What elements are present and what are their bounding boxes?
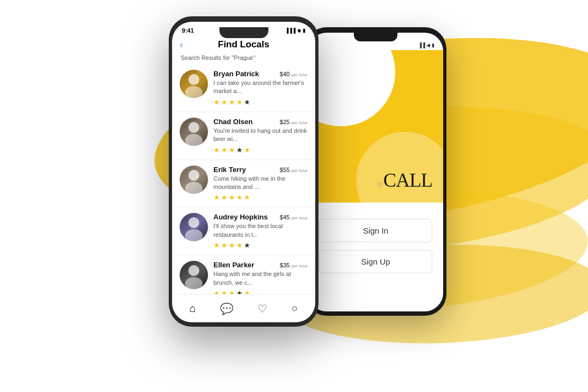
nav-heart-icon[interactable]: ♡: [258, 302, 267, 315]
phone-front: 9:41 ▐▐▐ ◈ ▮ ‹ Find Locals Search Result…: [169, 16, 318, 327]
phone-back-blob: [308, 50, 395, 126]
phone-back-blob2: [356, 132, 443, 203]
star-4: ★: [236, 193, 243, 201]
svg-point-7: [185, 229, 203, 241]
name-price-row: Chad Olsen $25 per hour: [213, 118, 308, 126]
svg-point-5: [185, 182, 203, 194]
phone-back-notch: [354, 33, 397, 41]
phone-back-yellow-area: ○CALL: [308, 50, 443, 203]
star-2: ★: [221, 98, 228, 106]
avatar-ellen: [180, 261, 208, 289]
svg-point-8: [188, 265, 199, 276]
sign-up-button[interactable]: Sign Up: [319, 250, 432, 273]
star-1: ★: [213, 241, 220, 249]
wifi-icon: ◈: [297, 28, 301, 33]
logo-prefix: ○: [377, 179, 382, 188]
name-price-row: Erik Terry $55 per hour: [213, 166, 308, 174]
star-5: ★: [244, 193, 250, 201]
svg-point-0: [188, 74, 199, 85]
phone-back: ▐▐ ◀ ▮ ○CALL Sign In Sign Up: [305, 27, 446, 316]
local-price: $55 per hour: [280, 167, 308, 173]
local-info-bryan: Bryan Patrick $40 per hour I can take yo…: [213, 70, 308, 106]
star-5: ★: [244, 98, 250, 106]
battery-icon: ▮: [303, 28, 305, 33]
star-1: ★: [213, 193, 220, 201]
avatar-erik: [180, 166, 208, 194]
local-description: Come hiking with me in the mountains and…: [213, 175, 308, 192]
local-item-chad[interactable]: Chad Olsen $25 per hour You're invited t…: [172, 112, 315, 160]
locals-list: Bryan Patrick $40 per hour I can take yo…: [172, 64, 315, 299]
local-name: Erik Terry: [213, 166, 246, 174]
local-price: $25 per hour: [280, 119, 308, 125]
phone-back-buttons: Sign In Sign Up: [308, 203, 443, 290]
svg-point-3: [185, 134, 203, 146]
star-1: ★: [213, 98, 220, 106]
star-rating: ★ ★ ★ ★ ★: [213, 98, 308, 106]
app-header: ‹ Find Locals: [172, 36, 315, 53]
local-info-chad: Chad Olsen $25 per hour You're invited t…: [213, 118, 308, 154]
local-description: You're invited to hang out and drink bee…: [213, 127, 308, 144]
svg-point-9: [185, 277, 203, 289]
name-price-row: Ellen Parker $35 per hour: [213, 261, 308, 269]
svg-point-6: [188, 217, 199, 228]
search-subtitle: Search Results for "Prague": [172, 53, 315, 64]
star-4: ★: [236, 98, 243, 106]
page-title: Find Locals: [181, 39, 307, 50]
nav-profile-icon[interactable]: ○: [291, 302, 298, 315]
signal-icon: ▐▐▐: [285, 28, 296, 33]
local-item-audrey[interactable]: Audrey Hopkins $45 per hour I'll show yo…: [172, 207, 315, 255]
svg-point-2: [188, 122, 199, 133]
local-description: I can take you around the farmer's marke…: [213, 79, 308, 96]
star-2: ★: [221, 193, 228, 201]
local-name: Chad Olsen: [213, 118, 253, 126]
avatar-audrey: [180, 213, 208, 241]
svg-point-1: [185, 86, 203, 98]
star-5: ★: [244, 146, 250, 154]
nav-chat-icon[interactable]: 💬: [220, 302, 234, 315]
phone-front-screen: 9:41 ▐▐▐ ◈ ▮ ‹ Find Locals Search Result…: [172, 22, 315, 322]
star-2: ★: [221, 146, 228, 154]
phone-front-notch: [219, 27, 268, 38]
local-name: Audrey Hopkins: [213, 213, 268, 221]
local-name: Bryan Patrick: [213, 70, 259, 78]
star-rating: ★ ★ ★ ★ ★: [213, 193, 308, 201]
back-button[interactable]: ‹: [180, 39, 183, 51]
svg-point-4: [188, 170, 199, 181]
local-item-ellen[interactable]: Ellen Parker $35 per hour Hang with me a…: [172, 255, 315, 299]
nav-home-icon[interactable]: ⌂: [189, 302, 196, 315]
status-time: 9:41: [182, 27, 194, 34]
local-info-audrey: Audrey Hopkins $45 per hour I'll show yo…: [213, 213, 308, 249]
star-2: ★: [221, 241, 228, 249]
app-logo: ○CALL: [377, 169, 432, 192]
phone-back-screen: ▐▐ ◀ ▮ ○CALL Sign In Sign Up: [308, 33, 443, 311]
star-3: ★: [229, 241, 235, 249]
local-description: Hang with me and the girls at brunch, we…: [213, 270, 308, 287]
name-price-row: Bryan Patrick $40 per hour: [213, 70, 308, 78]
local-info-erik: Erik Terry $55 per hour Come hiking with…: [213, 166, 308, 202]
local-name: Ellen Parker: [213, 261, 254, 269]
star-3: ★: [229, 146, 235, 154]
local-item-erik[interactable]: Erik Terry $55 per hour Come hiking with…: [172, 160, 315, 208]
star-4: ★: [236, 241, 243, 249]
star-3: ★: [229, 193, 235, 201]
avatar-chad: [180, 118, 208, 146]
local-price: $40 per hour: [280, 71, 308, 77]
star-5: ★: [244, 241, 250, 249]
star-rating: ★ ★ ★ ★ ★: [213, 146, 308, 154]
status-icons: ▐▐▐ ◈ ▮: [285, 28, 305, 33]
star-rating: ★ ★ ★ ★ ★: [213, 241, 308, 249]
local-price: $45 per hour: [280, 214, 308, 220]
back-phone-status-icons: ▐▐ ◀ ▮: [418, 42, 434, 48]
star-1: ★: [213, 146, 220, 154]
star-4: ★: [236, 146, 243, 154]
local-item-bryan[interactable]: Bryan Patrick $40 per hour I can take yo…: [172, 64, 315, 112]
local-description: I'll show you the best local restaurants…: [213, 222, 308, 239]
star-3: ★: [229, 98, 235, 106]
bottom-nav: ⌂ 💬 ♡ ○: [172, 294, 315, 322]
phones-container: ▐▐ ◀ ▮ ○CALL Sign In Sign Up 9:41: [0, 0, 588, 392]
name-price-row: Audrey Hopkins $45 per hour: [213, 213, 308, 221]
sign-in-button[interactable]: Sign In: [319, 219, 432, 242]
avatar-bryan: [180, 70, 208, 98]
local-info-ellen: Ellen Parker $35 per hour Hang with me a…: [213, 261, 308, 297]
local-price: $35 per hour: [280, 262, 308, 268]
